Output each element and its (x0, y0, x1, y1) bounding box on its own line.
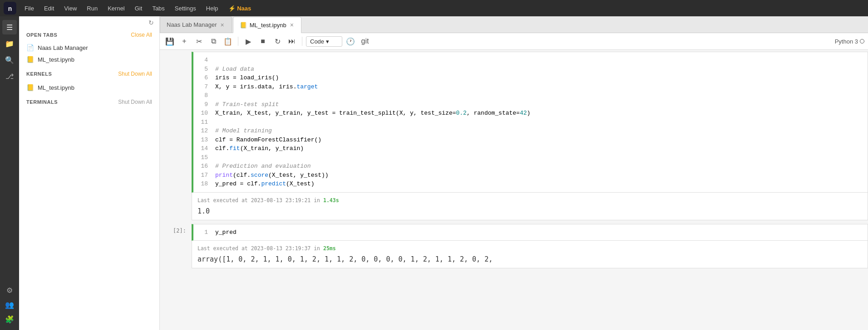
paste-button[interactable]: 📋 (222, 35, 234, 48)
sidebar-icon-search[interactable]: 🔍 (2, 53, 17, 67)
kernels-section: KERNELS Shut Down All (19, 65, 159, 82)
kernel-notebook-icon: 📒 (26, 84, 34, 91)
menubar: n File Edit View Run Kernel Git Tabs Set… (0, 0, 868, 16)
sidebar-icon-users[interactable]: 👥 (2, 297, 17, 312)
kernel-name: ML_test.ipynb (38, 84, 74, 91)
cell-1-prompt (160, 52, 192, 220)
terminals-header: TERMINALS Shut Down All (26, 99, 152, 105)
naas-logo: n (4, 2, 16, 15)
code-line-7: 7X, y = iris.data, iris.target (199, 82, 862, 92)
cut-button[interactable]: ✂ (192, 35, 205, 48)
code-line-2-1: 1y_pred (199, 228, 862, 237)
doc-icon: 📄 (26, 44, 34, 51)
cell-type-chevron: ▾ (326, 38, 329, 45)
restart-button[interactable]: ↻ (271, 35, 284, 48)
toolbar-divider-2 (302, 37, 302, 46)
cell-2-input[interactable]: 1y_pred (192, 224, 868, 241)
git-button[interactable]: git (359, 35, 371, 48)
cell-2-prompt: [2]: (160, 224, 192, 269)
tab-naas-label: Naas Lab Manager (167, 21, 217, 28)
refresh-button[interactable]: ↻ (148, 19, 154, 26)
tab-naas-close[interactable]: × (220, 21, 225, 29)
menu-kernel[interactable]: Kernel (103, 3, 129, 14)
code-line-15: 15 (199, 153, 862, 162)
kernels-title: KERNELS (26, 71, 52, 77)
code-line-18: 18y_pred = clf.predict(X_test) (199, 180, 862, 189)
add-cell-button[interactable]: + (178, 35, 191, 48)
cell-1-output: Last executed at 2023-08-13 23:19:21 in … (192, 193, 868, 220)
terminals-section: TERMINALS Shut Down All (19, 93, 159, 110)
run-button[interactable]: ▶ (242, 35, 255, 48)
tab-ml-test[interactable]: 📒 ML_test.ipynb × (233, 17, 301, 33)
menu-settings[interactable]: Settings (170, 3, 201, 14)
menu-file[interactable]: File (20, 3, 39, 14)
menu-tabs[interactable]: Tabs (148, 3, 169, 14)
tab-notebook-icon: 📒 (240, 22, 247, 29)
cell-2-exec-info: Last executed at 2023-08-13 23:19:37 in … (197, 243, 862, 253)
menu-naas[interactable]: ⚡ Naas (224, 3, 256, 14)
code-line-17: 17print(clf.score(X_test, y_test)) (199, 171, 862, 180)
copy-button[interactable]: ⧉ (207, 35, 220, 48)
cell-container: 4 5# Load data 6iris = load_iris() 7X, y… (160, 50, 868, 330)
toolbar: 💾 + ✂ ⧉ 📋 ▶ ■ ↻ ⏭ Code ▾ 🕐 git Python 3 (160, 33, 868, 50)
kernel-circle-icon (860, 39, 864, 44)
stop-button[interactable]: ■ (256, 35, 269, 48)
cell-type-label: Code (310, 38, 324, 45)
menu-help[interactable]: Help (202, 3, 223, 14)
file-panel: ↻ OPEN TABS Close All 📄 Naas Lab Manager… (19, 16, 160, 330)
tab-ml-close[interactable]: × (289, 21, 295, 29)
panel-refresh-bar: ↻ (19, 16, 159, 26)
fast-forward-button[interactable]: ⏭ (286, 35, 298, 48)
code-line-12: 12# Model training (199, 126, 862, 136)
kernel-ml-test[interactable]: 📒 ML_test.ipynb (19, 82, 159, 93)
kernel-name-label: Python 3 (835, 38, 858, 45)
menu-run[interactable]: Run (82, 3, 102, 14)
sidebar-icon-git[interactable]: ⎇ (2, 69, 17, 83)
cell-type-dropdown[interactable]: Code ▾ (306, 36, 342, 47)
code-line-8: 8 (199, 91, 862, 100)
code-line-16: 16# Prediction and evaluation (199, 162, 862, 171)
save-button[interactable]: 💾 (163, 35, 176, 48)
tab-naas-lab[interactable]: Naas Lab Manager × (160, 16, 232, 33)
kernel-status: Python 3 (835, 38, 864, 45)
icon-sidebar: ☰ 📁 🔍 ⎇ ⚙ 👥 🧩 (0, 16, 19, 330)
cell-1-input-wrapper: 4 5# Load data 6iris = load_iris() 7X, y… (192, 52, 868, 193)
cell-1-content: 4 5# Load data 6iris = load_iris() 7X, y… (192, 52, 868, 220)
cell-2-input-wrapper: 1y_pred (192, 224, 868, 241)
cell-1-input[interactable]: 4 5# Load data 6iris = load_iris() 7X, y… (192, 52, 868, 193)
cell-1-exec-info: Last executed at 2023-08-13 23:19:21 in … (197, 195, 862, 205)
code-line-14: 14clf.fit(X_train, y_train) (199, 144, 862, 153)
notebook-area: Naas Lab Manager × 📒 ML_test.ipynb × 💾 +… (160, 16, 868, 330)
sidebar-icon-settings[interactable]: ⚙ (2, 283, 17, 297)
sidebar-icon-files[interactable]: ☰ (2, 20, 17, 34)
open-tab-ml-test[interactable]: 📒 ML_test.ipynb (19, 53, 159, 65)
code-line-13: 13clf = RandomForestClassifier() (199, 136, 862, 145)
menu-git[interactable]: Git (130, 3, 147, 14)
cell-2-output-value: array([1, 0, 2, 1, 1, 0, 1, 2, 1, 1, 2, … (197, 253, 862, 265)
cell-1-wrapper: 4 5# Load data 6iris = load_iris() 7X, y… (160, 50, 868, 222)
open-tabs-header: OPEN TABS Close All (19, 26, 159, 42)
toolbar-divider-1 (238, 37, 238, 46)
menu-edit[interactable]: Edit (39, 3, 59, 14)
cell-2-output: Last executed at 2023-08-13 23:19:37 in … (192, 241, 868, 268)
cell-2-content: 1y_pred Last executed at 2023-08-13 23:1… (192, 224, 868, 269)
close-all-button[interactable]: Close All (131, 32, 152, 38)
svg-text:n: n (8, 5, 12, 12)
code-line-10: 10X_train, X_test, y_train, y_test = tra… (199, 109, 862, 118)
open-tab-naas-manager[interactable]: 📄 Naas Lab Manager (19, 42, 159, 53)
code-line-5: 5# Load data (199, 65, 862, 74)
sidebar-icon-extensions[interactable]: 🧩 (2, 312, 17, 326)
clock-button[interactable]: 🕐 (344, 35, 357, 48)
terminals-title: TERMINALS (26, 99, 58, 105)
code-line-11: 11 (199, 118, 862, 127)
cell-1-output-value: 1.0 (197, 205, 862, 217)
menu-view[interactable]: View (59, 3, 81, 14)
tab-name-naas: Naas Lab Manager (38, 44, 88, 51)
open-tabs-title: OPEN TABS (26, 32, 57, 38)
terminals-shutdown-button[interactable]: Shut Down All (118, 99, 152, 105)
sidebar-icon-folder[interactable]: 📁 (2, 36, 17, 51)
shutdown-all-button[interactable]: Shut Down All (118, 71, 152, 77)
tab-name-ml: ML_test.ipynb (38, 56, 74, 63)
toolbar-right: Python 3 (835, 38, 864, 45)
code-line-6: 6iris = load_iris() (199, 73, 862, 82)
